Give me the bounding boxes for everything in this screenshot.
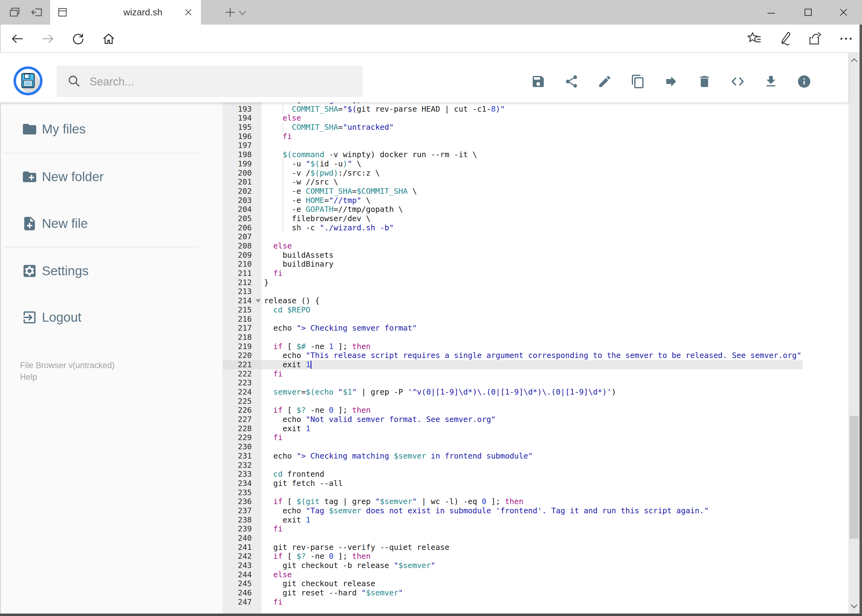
code-line[interactable]: fi (262, 369, 803, 379)
code-line[interactable]: buildBinary (262, 259, 803, 269)
scroll-up-icon[interactable] (850, 57, 859, 64)
code-line[interactable]: exit 1 (262, 424, 803, 433)
floppy-logo-icon[interactable] (13, 66, 43, 96)
code-line[interactable]: semver=$(echo "$1" | grep -P '^v(0|[1-9]… (262, 388, 803, 397)
line-number: 242 (222, 552, 262, 561)
code-line[interactable]: fi (262, 132, 803, 141)
code-line[interactable]: buildAssets (262, 251, 803, 260)
code-line[interactable]: COMMIT_SHA="$(git rev-parse HEAD | cut -… (262, 105, 803, 114)
code-line[interactable]: echo "Not valid semver format. See semve… (262, 415, 803, 424)
set-tabs-aside-icon[interactable] (30, 6, 44, 19)
code-line[interactable] (262, 333, 803, 342)
code-line[interactable]: -e COMMIT_SHA=$COMMIT_SHA \ (262, 187, 803, 196)
code-editor[interactable]: 1921931941951961971981992002012022032042… (222, 102, 848, 614)
share-button[interactable] (564, 74, 579, 89)
vertical-scrollbar[interactable] (848, 53, 860, 614)
maximize-icon[interactable] (801, 7, 815, 18)
refresh-icon[interactable] (71, 32, 85, 46)
code-line[interactable] (262, 442, 803, 451)
code-line[interactable]: -e GOPATH=//tmp/gopath \ (262, 205, 803, 214)
code-line[interactable]: } (262, 278, 803, 287)
code-line[interactable]: fi (262, 433, 803, 442)
home-icon[interactable] (102, 32, 116, 46)
code-line[interactable] (262, 287, 803, 296)
code-line[interactable]: -w //src \ (262, 178, 803, 187)
code-line[interactable]: fi (262, 269, 803, 278)
code-line[interactable]: echo "> Checking matching $semver in fro… (262, 451, 803, 461)
code-line[interactable]: cd $REPO (262, 305, 803, 314)
move-button[interactable] (664, 74, 679, 89)
code-line[interactable] (262, 534, 803, 543)
forward-icon[interactable] (41, 32, 55, 46)
save-button[interactable] (531, 74, 546, 89)
code-line[interactable]: filebrowser/dev \ (262, 214, 803, 223)
more-ellipsis-icon[interactable] (839, 35, 853, 42)
code-line[interactable] (262, 232, 803, 241)
code-line[interactable] (262, 378, 803, 388)
code-line[interactable]: -v /$(pwd):/src:z \ (262, 168, 803, 178)
help-link[interactable]: Help (20, 372, 37, 382)
code-line[interactable]: exit 1 (262, 515, 803, 525)
delete-button[interactable] (697, 74, 712, 89)
code-line[interactable]: fi (262, 597, 803, 607)
code-line[interactable] (262, 141, 803, 150)
code-line[interactable]: git reset --hard "$semver" (262, 588, 803, 597)
info-button[interactable] (797, 74, 812, 89)
code-line[interactable]: release () { (262, 296, 803, 305)
code-line[interactable]: if [ -d ".git" ]; then (262, 102, 803, 105)
code-line[interactable]: echo "This release script requires a sin… (262, 351, 803, 360)
horizontal-scrollbar[interactable] (0, 614, 862, 616)
code-line[interactable]: exit 1 (262, 360, 803, 369)
code-token: buildBinary (264, 259, 334, 269)
code-line[interactable]: COMMIT_SHA="untracked" (262, 123, 803, 132)
tab-preview-icon[interactable] (8, 6, 22, 19)
back-icon[interactable] (10, 32, 24, 46)
code-line[interactable]: -e HOME="//tmp" \ (262, 196, 803, 205)
code-line[interactable]: else (262, 113, 803, 123)
code-line[interactable] (262, 397, 803, 406)
edit-button[interactable] (597, 74, 612, 89)
code-line[interactable]: else (262, 241, 803, 251)
sidebar-item-my-files[interactable]: My files (1, 121, 216, 137)
code-line[interactable] (262, 488, 803, 497)
code-line[interactable]: $(command -v winpty) docker run --rm -it… (262, 150, 803, 159)
code-line[interactable]: if [ $(git tag | grep "$semver" | wc -l)… (262, 497, 803, 506)
download-button[interactable] (764, 74, 778, 89)
close-tab-icon[interactable] (184, 8, 193, 17)
code-line[interactable]: -u "$(id -u)" \ (262, 159, 803, 168)
code-line[interactable]: fi (262, 524, 803, 534)
share-icon[interactable] (807, 31, 822, 46)
code-line[interactable]: if [ $? -ne 0 ]; then (262, 552, 803, 561)
sidebar-item-settings[interactable]: Settings (1, 263, 216, 279)
scrollbar-thumb[interactable] (850, 416, 859, 539)
favorites-list-icon[interactable] (747, 31, 762, 46)
sidebar-item-logout[interactable]: Logout (1, 310, 216, 325)
editor-code-area[interactable]: if [ -d ".git" ]; then COMMIT_SHA="$(git… (262, 102, 848, 607)
code-button[interactable] (730, 74, 745, 89)
code-line[interactable]: if [ $? -ne 0 ]; then (262, 405, 803, 415)
code-line[interactable]: git fetch --all (262, 479, 803, 488)
new-tab-icon[interactable] (224, 6, 236, 19)
minimize-icon[interactable] (764, 7, 778, 18)
code-line[interactable]: echo "> Checking semver format" (262, 324, 803, 333)
search-input[interactable] (89, 66, 355, 98)
web-note-pen-icon[interactable] (777, 31, 792, 46)
code-line[interactable]: git checkout release (262, 579, 803, 588)
code-line[interactable] (262, 461, 803, 470)
code-line[interactable]: echo "Tag $semver does not exist in subm… (262, 506, 803, 515)
code-line[interactable]: git checkout -b release "$semver" (262, 561, 803, 570)
sidebar-item-new-file[interactable]: New file (1, 215, 216, 232)
tab-wizard-sh[interactable]: wizard.sh (50, 0, 201, 25)
close-window-icon[interactable] (837, 7, 850, 18)
code-line[interactable]: cd frontend (262, 470, 803, 479)
code-line[interactable]: if [ $# -ne 1 ]; then (262, 342, 803, 351)
code-line[interactable]: else (262, 570, 803, 580)
tabs-chevron-icon[interactable] (237, 9, 248, 17)
code-line[interactable]: sh -c "./wizard.sh -b" (262, 223, 803, 233)
code-line[interactable]: git rev-parse --verify --quiet release (262, 543, 803, 552)
copy-button[interactable] (630, 74, 645, 89)
fold-arrow-icon[interactable] (256, 299, 261, 303)
sidebar-item-new-folder[interactable]: New folder (1, 169, 216, 185)
scroll-down-icon[interactable] (850, 602, 859, 610)
code-line[interactable] (262, 314, 803, 324)
